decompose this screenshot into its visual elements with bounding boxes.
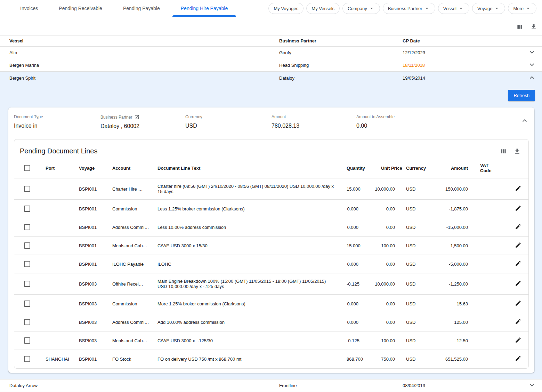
chip-label: My Voyages xyxy=(274,6,298,11)
edit-icon[interactable] xyxy=(515,260,521,267)
edit-icon[interactable] xyxy=(515,185,521,192)
edit-cell xyxy=(499,178,528,200)
chevron-down-icon[interactable] xyxy=(528,48,536,56)
tab-pending-payable[interactable]: Pending Payable xyxy=(113,0,170,17)
vessel-row-bergen-spirit[interactable]: Bergen Spirit Dataloy 19/05/2014 xyxy=(0,72,542,84)
row-checkbox-cell xyxy=(14,273,40,295)
vessel-row-alta[interactable]: Alta Goofy 12/12/2023 xyxy=(0,47,542,59)
row-checkbox[interactable] xyxy=(24,356,30,362)
vessel-table-header: Vessel Business Partner CP Date xyxy=(0,35,542,47)
download-icon[interactable] xyxy=(530,23,537,30)
vessel-cell: Alta xyxy=(9,49,279,57)
open-in-new-icon[interactable] xyxy=(134,114,139,120)
filter-chip-my-voyages[interactable]: My Voyages xyxy=(268,3,304,14)
edit-icon[interactable] xyxy=(515,337,521,343)
edit-icon[interactable] xyxy=(515,280,521,287)
port-cell xyxy=(40,295,73,313)
select-all-checkbox[interactable] xyxy=(24,165,30,171)
row-checkbox[interactable] xyxy=(24,281,30,287)
pending-line-row: BSPI003 Meals and Cab… C/V/E USD 3000 x … xyxy=(14,331,528,350)
tab-pending-receivable[interactable]: Pending Receivable xyxy=(48,0,113,17)
amount-cell: 15.63 xyxy=(428,295,474,313)
currency-cell: USD xyxy=(401,273,428,295)
port-cell xyxy=(40,255,73,273)
vat-code-cell xyxy=(474,273,499,295)
field-value: Invoice in xyxy=(14,123,100,129)
pending-line-row: BSPI003 Commission More 1.25% broker com… xyxy=(14,295,528,313)
vessel-row-bergen-marina[interactable]: Bergen Marina Head Shipping 18/11/2018 xyxy=(0,59,542,72)
chip-label: Voyage xyxy=(477,6,492,11)
row-checkbox[interactable] xyxy=(24,242,30,249)
edit-icon[interactable] xyxy=(515,205,521,211)
row-checkbox[interactable] xyxy=(24,206,30,212)
unit-price-cell: 100.00 xyxy=(364,237,401,255)
field-label: Currency xyxy=(185,114,272,119)
chevron-up-icon[interactable] xyxy=(528,73,536,82)
edit-icon[interactable] xyxy=(515,318,521,325)
download-icon[interactable] xyxy=(514,148,521,155)
unit-price-cell: 10,000.00 xyxy=(364,273,401,295)
page-toolbar xyxy=(0,17,542,35)
chevron-up-icon[interactable] xyxy=(520,117,529,125)
edit-icon[interactable] xyxy=(515,223,521,230)
quantity-cell: -0.125 xyxy=(341,331,364,350)
col-header-business-partner: Business Partner xyxy=(279,37,403,45)
currency-cell: USD xyxy=(401,331,428,350)
tab-pending-hire-payable[interactable]: Pending Hire Payable xyxy=(170,0,238,17)
row-checkbox[interactable] xyxy=(24,319,30,325)
row-checkbox[interactable] xyxy=(24,301,30,307)
quantity-cell: 868.700 xyxy=(341,350,364,368)
document-line-text-cell: C/V/E USD 3000 x 15/30 xyxy=(152,237,341,255)
pending-line-row: BSPI001 Commission Less 1.25% broker com… xyxy=(14,200,528,218)
row-checkbox[interactable] xyxy=(24,186,30,192)
quantity-cell: 0.000 xyxy=(341,295,364,313)
vat-code-cell xyxy=(474,295,499,313)
pending-lines-body: BSPI001 Charter Hire … Charter hire (08:… xyxy=(14,178,528,368)
filter-chip-business-partner[interactable]: Business Partner xyxy=(383,3,435,14)
account-cell: ILOHC Payable xyxy=(107,255,152,273)
vessel-row-dataloy-arrow[interactable]: Dataloy Arrow Frontline 08/04/2013 xyxy=(0,379,542,392)
row-checkbox[interactable] xyxy=(24,261,30,267)
unit-price-cell: 100.00 xyxy=(364,331,401,350)
port-cell xyxy=(40,178,73,200)
row-checkbox-cell xyxy=(14,200,40,218)
pending-line-row: BSPI003 Address Commi… Add 10.00% addres… xyxy=(14,313,528,331)
filter-chip-company[interactable]: Company xyxy=(342,3,380,14)
vat-code-cell xyxy=(474,350,499,368)
filter-chip-voyage[interactable]: Voyage xyxy=(472,3,505,14)
port-cell xyxy=(40,273,73,295)
col-header-quantity: Quantity xyxy=(341,158,364,178)
col-header-document-line-text: Document Line Text xyxy=(152,158,341,178)
filter-chip-vessel[interactable]: Vessel xyxy=(438,3,469,14)
account-cell: FO Stock xyxy=(107,350,152,368)
tab-invoices[interactable]: Invoices xyxy=(10,0,48,17)
document-line-text-cell: FO on delivery USD 750 /mt x 868.700 mt xyxy=(152,350,341,368)
edit-icon[interactable] xyxy=(515,242,521,248)
column-settings-icon[interactable] xyxy=(516,23,523,30)
edit-cell xyxy=(499,350,528,368)
currency-cell: USD xyxy=(401,255,428,273)
port-cell xyxy=(40,200,73,218)
chevron-down-icon[interactable] xyxy=(528,61,536,69)
pending-lines-header: Pending Document Lines xyxy=(14,139,528,158)
row-checkbox[interactable] xyxy=(24,337,30,344)
field-amount-to-assemble: Amount to Assemble 0.00 xyxy=(356,114,518,129)
edit-icon[interactable] xyxy=(515,300,521,306)
currency-cell: USD xyxy=(401,237,428,255)
currency-cell: USD xyxy=(401,218,428,237)
filter-chip-my-vessels[interactable]: My Vessels xyxy=(306,3,340,14)
refresh-button[interactable]: Refresh xyxy=(508,90,535,101)
filter-chip-bar: My Voyages My Vessels Company Business P… xyxy=(268,0,542,17)
column-settings-icon[interactable] xyxy=(500,148,507,155)
cp-date-cell: 19/05/2014 xyxy=(403,74,521,82)
row-checkbox[interactable] xyxy=(24,224,30,230)
edit-icon[interactable] xyxy=(515,355,521,362)
chevron-down-icon[interactable] xyxy=(528,381,536,389)
amount-cell: -5,000.00 xyxy=(428,255,474,273)
edit-cell xyxy=(499,200,528,218)
account-cell: Address Commi… xyxy=(107,218,152,237)
filter-chip-more[interactable]: More xyxy=(508,3,536,14)
dropdown-caret-icon xyxy=(525,5,531,11)
vat-code-cell xyxy=(474,237,499,255)
partner-cell: Head Shipping xyxy=(279,61,403,69)
